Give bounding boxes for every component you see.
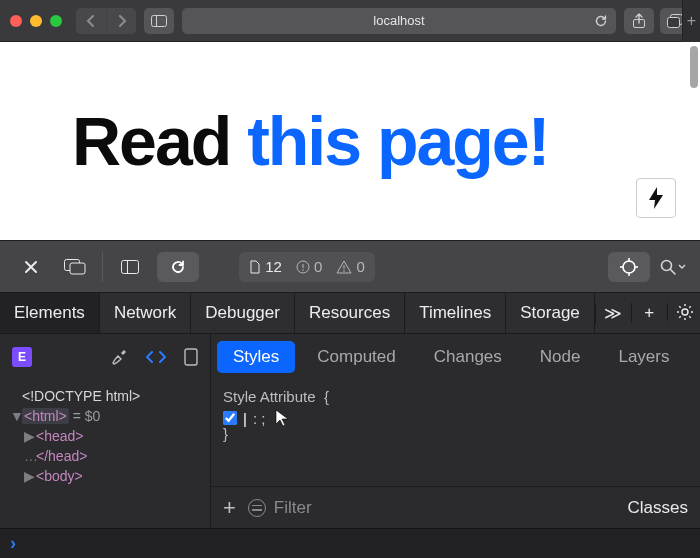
filter-placeholder: Filter (274, 498, 312, 518)
dom-html-open[interactable]: <html> (24, 408, 67, 424)
svg-point-21 (682, 309, 688, 315)
tab-resources[interactable]: Resources (295, 293, 405, 333)
tab-debugger[interactable]: Debugger (191, 293, 295, 333)
paintbrush-icon (110, 348, 128, 366)
warning-count-value: 0 (357, 258, 365, 275)
dock-side-button[interactable] (58, 252, 92, 282)
subtab-changes[interactable]: Changes (418, 341, 518, 373)
dom-body-open[interactable]: <body> (36, 468, 83, 484)
svg-line-20 (671, 269, 676, 274)
error-count[interactable]: 0 (296, 258, 323, 275)
svg-rect-4 (668, 17, 680, 27)
chevron-left-icon (86, 15, 96, 27)
lightning-icon (648, 187, 664, 209)
back-button[interactable] (76, 8, 106, 34)
devtools-toolbar: 12 0 0 (0, 240, 700, 292)
nav-history-group (76, 8, 136, 34)
reload-icon[interactable] (594, 14, 608, 28)
toolbar-right (624, 8, 690, 34)
subtab-truncated[interactable]: S (691, 341, 700, 373)
tabs-icon (667, 14, 683, 28)
crosshair-icon (620, 258, 638, 276)
chevron-down-icon (678, 264, 686, 270)
window-controls (10, 15, 62, 27)
dom-selected-marker: = $0 (69, 408, 101, 424)
maximize-window-button[interactable] (50, 15, 62, 27)
angle-brackets-icon (146, 350, 166, 364)
toolbar-separator (102, 252, 103, 282)
subtab-node[interactable]: Node (524, 341, 597, 373)
devtools-tabs: Elements Network Debugger Resources Time… (0, 292, 700, 334)
svg-rect-0 (152, 15, 167, 26)
styles-panel: Style Attribute { |: ; } (210, 380, 700, 486)
devtools-search-button[interactable] (660, 259, 686, 275)
subtab-computed[interactable]: Computed (301, 341, 411, 373)
tab-elements[interactable]: Elements (0, 293, 100, 333)
close-icon (23, 259, 39, 275)
style-attribute-header: Style Attribute (223, 388, 316, 405)
headline-part2: this page! (247, 103, 548, 179)
subtab-layers[interactable]: Layers (602, 341, 685, 373)
element-picker-button[interactable] (608, 252, 650, 282)
paintbrush-button[interactable] (110, 348, 128, 366)
svg-rect-7 (122, 260, 139, 273)
tab-storage[interactable]: Storage (506, 293, 595, 333)
tabs-add-button[interactable]: + (631, 303, 667, 323)
element-panel-icons: E (0, 334, 210, 380)
page-viewport: Read this page! (0, 42, 700, 240)
style-property-input[interactable]: | (243, 410, 247, 427)
forward-button[interactable] (106, 8, 136, 34)
resource-count[interactable]: 12 (249, 258, 282, 275)
error-count-value: 0 (314, 258, 322, 275)
headline-part1: Read (72, 103, 247, 179)
address-bar[interactable]: localhost (182, 8, 616, 34)
elements-badge[interactable]: E (12, 347, 32, 367)
styles-filter-bar: + Filter Classes (210, 486, 700, 528)
dom-ellipsis: … (24, 446, 36, 466)
warning-triangle-icon (336, 260, 352, 274)
tabs-overflow-button[interactable]: ≫ (595, 303, 631, 324)
console-chevron-icon: › (10, 533, 16, 554)
tab-timelines[interactable]: Timelines (405, 293, 506, 333)
minimize-window-button[interactable] (30, 15, 42, 27)
settings-button[interactable] (667, 303, 700, 321)
subtab-styles[interactable]: Styles (217, 341, 295, 373)
svg-point-13 (344, 270, 346, 272)
panel-left-icon (121, 260, 139, 274)
new-tab-button[interactable]: + (682, 0, 700, 42)
devtools-reload-button[interactable] (157, 252, 199, 282)
toggle-left-panel-button[interactable] (113, 252, 147, 282)
code-view-button[interactable] (146, 350, 166, 364)
dom-head-close[interactable]: </head> (36, 448, 87, 464)
tab-network[interactable]: Network (100, 293, 191, 333)
device-icon (184, 348, 198, 366)
cursor-icon (275, 409, 289, 427)
dom-head-open[interactable]: <head> (36, 428, 84, 444)
brace-close: } (223, 425, 688, 442)
share-button[interactable] (624, 8, 654, 34)
style-property-toggle[interactable] (223, 411, 237, 425)
bolt-badge[interactable] (636, 178, 676, 218)
issue-counts: 12 0 0 (239, 252, 375, 282)
dom-tree[interactable]: <!DOCTYPE html> ▼<html> = $0 ▶<head> …</… (0, 380, 210, 528)
svg-rect-6 (70, 263, 85, 274)
styles-filter-input[interactable]: Filter (248, 498, 616, 518)
console-prompt[interactable]: › (0, 528, 700, 558)
sidebar-icon (151, 15, 167, 27)
responsive-mode-button[interactable] (184, 348, 198, 366)
add-rule-button[interactable]: + (223, 495, 236, 521)
viewport-scrollbar[interactable] (690, 46, 698, 88)
brace-open: { (324, 388, 329, 405)
sidebar-toggle-button[interactable] (144, 8, 174, 34)
warning-count[interactable]: 0 (336, 258, 365, 275)
filter-icon (248, 499, 266, 517)
svg-point-14 (623, 261, 635, 273)
close-window-button[interactable] (10, 15, 22, 27)
address-bar-text: localhost (373, 13, 424, 28)
classes-toggle-button[interactable]: Classes (628, 498, 688, 518)
document-icon (249, 260, 261, 274)
style-property-stub: : ; (253, 410, 266, 427)
close-devtools-button[interactable] (14, 252, 48, 282)
chevron-right-icon (117, 15, 127, 27)
svg-point-11 (302, 269, 304, 271)
